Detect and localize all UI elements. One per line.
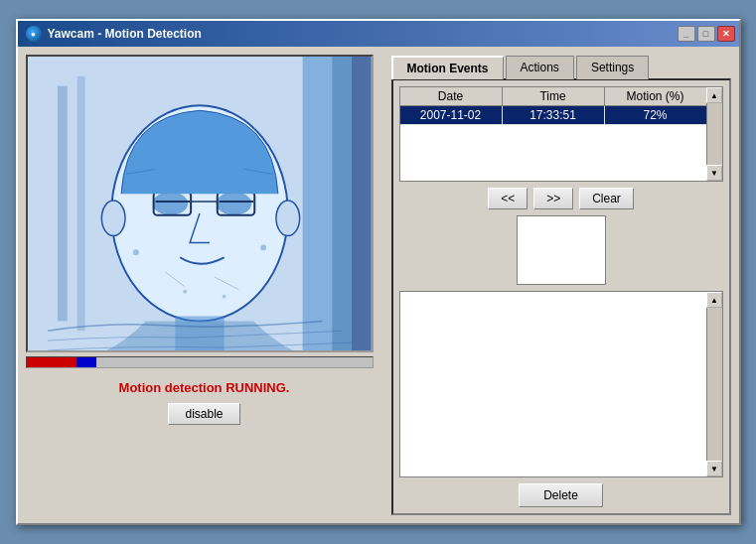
cell-date: 2007-11-02 [400, 106, 503, 124]
col-date: Date [400, 87, 503, 105]
camera-frame [26, 55, 374, 352]
log-wrapper: ▲ ▼ [399, 291, 723, 477]
maximize-button[interactable]: □ [697, 26, 715, 42]
log-scroll-down[interactable]: ▼ [706, 461, 722, 476]
events-table-wrapper: Date Time Motion (%) 2007-11-02 17:33:51… [399, 86, 723, 182]
close-button[interactable]: ✕ [717, 26, 735, 42]
tab-content: Date Time Motion (%) 2007-11-02 17:33:51… [391, 78, 731, 515]
prev-button[interactable]: << [488, 188, 528, 209]
scroll-down-arrow[interactable]: ▼ [706, 165, 722, 181]
svg-point-6 [152, 192, 188, 215]
log-area[interactable] [400, 292, 706, 476]
svg-point-13 [101, 201, 125, 236]
status-area: Motion detection RUNNING. disable [26, 380, 383, 425]
title-bar: ● Yawcam - Motion Detection _ □ ✕ [18, 21, 739, 47]
svg-rect-2 [302, 57, 332, 350]
svg-rect-25 [76, 76, 84, 332]
svg-point-14 [275, 201, 299, 236]
window-body: Motion detection RUNNING. disable Motion… [18, 47, 739, 523]
svg-rect-4 [351, 57, 371, 350]
tab-actions[interactable]: Actions [506, 56, 574, 79]
delete-button[interactable]: Delete [519, 483, 603, 507]
cell-time: 17:33:51 [503, 106, 605, 124]
svg-rect-3 [332, 57, 352, 350]
events-table: Date Time Motion (%) 2007-11-02 17:33:51… [400, 87, 706, 181]
log-scroll-up[interactable]: ▲ [706, 292, 722, 308]
svg-point-22 [183, 290, 187, 294]
camera-canvas [28, 57, 372, 350]
preview-container [399, 215, 723, 285]
col-motion: Motion (%) [605, 87, 706, 105]
scroll-up-arrow[interactable]: ▲ [706, 87, 722, 103]
log-scroll-track[interactable] [707, 308, 722, 461]
disable-button[interactable]: disable [168, 403, 239, 425]
col-time: Time [503, 87, 605, 105]
main-window: ● Yawcam - Motion Detection _ □ ✕ [16, 19, 741, 525]
left-panel: Motion detection RUNNING. disable [26, 55, 383, 515]
table-row[interactable]: 2007-11-02 17:33:51 72% [400, 106, 706, 125]
svg-point-23 [222, 295, 226, 299]
svg-point-21 [260, 244, 266, 250]
title-bar-buttons: _ □ ✕ [678, 26, 735, 42]
svg-rect-24 [57, 86, 67, 322]
svg-point-7 [216, 192, 251, 215]
right-panel: Motion Events Actions Settings Date [391, 55, 731, 515]
status-text: Motion detection RUNNING. [119, 380, 290, 395]
app-icon: ● [26, 26, 42, 42]
next-button[interactable]: >> [533, 188, 573, 209]
log-scrollbar[interactable]: ▲ ▼ [706, 292, 722, 476]
progress-bar [27, 357, 373, 367]
preview-box [517, 215, 606, 285]
tab-motion-events[interactable]: Motion Events [391, 56, 504, 79]
title-bar-left: ● Yawcam - Motion Detection [26, 26, 202, 42]
nav-row: << >> Clear [399, 188, 723, 209]
minimize-button[interactable]: _ [678, 26, 695, 42]
progress-bar-container [26, 356, 374, 368]
cell-motion: 72% [605, 106, 706, 124]
delete-row: Delete [399, 483, 723, 507]
window-title: Yawcam - Motion Detection [48, 27, 202, 41]
tabs: Motion Events Actions Settings [391, 55, 731, 78]
clear-button[interactable]: Clear [579, 188, 634, 209]
scroll-track[interactable] [707, 103, 722, 165]
progress-bar-blue [76, 357, 96, 367]
camera-feed [28, 57, 372, 350]
progress-bar-red [27, 357, 76, 367]
table-header: Date Time Motion (%) [400, 87, 706, 106]
tab-settings[interactable]: Settings [576, 56, 649, 79]
svg-point-20 [132, 249, 138, 255]
table-scrollbar[interactable]: ▲ ▼ [706, 87, 722, 181]
